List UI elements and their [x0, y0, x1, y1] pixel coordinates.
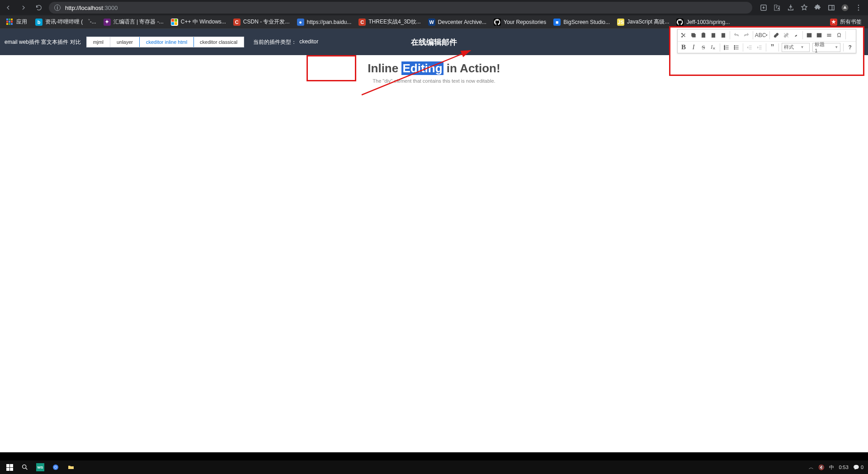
- reload-button[interactable]: [33, 2, 44, 13]
- compare-label: email web插件 富文本插件 对比: [5, 38, 81, 46]
- spellcheck-button[interactable]: ABC▾: [755, 30, 768, 40]
- remove-format-button[interactable]: I✕: [708, 42, 718, 52]
- browser-actions: [757, 4, 865, 12]
- tray-clock[interactable]: 0:53: [839, 465, 848, 470]
- svg-rect-12: [712, 33, 715, 38]
- about-button[interactable]: ?: [845, 42, 855, 52]
- translate-icon[interactable]: [773, 4, 781, 12]
- bookmark-label: Devcenter Archive...: [438, 19, 486, 25]
- bookmark-item[interactable]: ■BigScreen Studio...: [551, 17, 613, 27]
- bookmark-favicon: ✦: [104, 19, 111, 26]
- cut-button[interactable]: [679, 30, 689, 40]
- paste-text-button[interactable]: [708, 30, 718, 40]
- taskbar-app-explorer[interactable]: [63, 460, 79, 474]
- windows-taskbar: WS ︿ 🔇 中 0:53 💬 0: [0, 460, 868, 474]
- undo-button[interactable]: [731, 30, 741, 40]
- bookmark-item[interactable]: ✦汇编语言 | 寄存器 -...: [101, 17, 166, 27]
- svg-point-5: [858, 9, 859, 10]
- url-text: http://localhost:3000: [65, 5, 118, 11]
- indent-button[interactable]: [755, 42, 764, 52]
- tray-volume-icon[interactable]: 🔇: [818, 465, 825, 470]
- bookmark-favicon: b: [35, 19, 42, 26]
- plugin-tab[interactable]: ckeditor inline html: [139, 37, 194, 47]
- system-tray[interactable]: ︿ 🔇 中 0:53 💬 0: [809, 464, 866, 471]
- apps-shortcut[interactable]: 应用: [4, 17, 30, 27]
- taskbar-app-chrome[interactable]: [48, 460, 63, 474]
- image-button[interactable]: [804, 30, 814, 40]
- bookmark-favicon: ●: [297, 19, 304, 26]
- plugin-tab[interactable]: mjml: [87, 37, 110, 47]
- all-bookmarks[interactable]: ★ 所有书签: [827, 17, 864, 27]
- bulleted-list-button[interactable]: [731, 42, 741, 52]
- special-char-button[interactable]: Ω: [834, 30, 844, 40]
- horizontal-rule-button[interactable]: [824, 30, 834, 40]
- all-bookmarks-label: 所有书签: [840, 18, 862, 26]
- browser-toolbar: i http://localhost:3000: [0, 0, 868, 15]
- bookmark-label: CSDN - 专业开发...: [243, 18, 290, 26]
- italic-button[interactable]: I: [689, 42, 698, 52]
- bookmark-item[interactable]: Your Repositories: [491, 17, 549, 27]
- share-icon[interactable]: [787, 4, 795, 12]
- taskbar-app-webstorm[interactable]: WS: [33, 460, 48, 474]
- start-button[interactable]: [2, 460, 17, 474]
- site-info-icon[interactable]: i: [54, 5, 61, 11]
- outdent-button[interactable]: [745, 42, 755, 52]
- editable-content[interactable]: Inline Editing in Action! The "div" elem…: [0, 55, 868, 84]
- bookmark-item[interactable]: b资讯-哔哩哔哩 ( ゜-...: [33, 17, 99, 27]
- profile-avatar[interactable]: [841, 4, 849, 12]
- page-footer-gap: [0, 452, 868, 460]
- bookmark-favicon: C: [233, 19, 241, 26]
- bookmark-item[interactable]: JSJavaScript 高级...: [614, 17, 672, 27]
- current-plugin-value: ckeditor: [299, 38, 318, 46]
- bookmark-label: C++ 中 Windows...: [181, 18, 226, 26]
- unlink-button[interactable]: [781, 30, 791, 40]
- bold-button[interactable]: B: [679, 42, 689, 52]
- bookmark-label: Your Repositories: [504, 19, 546, 25]
- heading-post: in Action!: [443, 61, 500, 75]
- bookmark-item[interactable]: CTHREE实战4_3D纹...: [356, 17, 423, 27]
- extensions-icon[interactable]: [814, 4, 822, 12]
- tray-notifications[interactable]: 💬 0: [853, 465, 863, 470]
- plugin-tabs: mjmlunlayerckeditor inline htmlckeditor …: [86, 37, 245, 47]
- svg-rect-16: [817, 33, 821, 37]
- bookmark-item[interactable]: ●https://pan.baidu...: [294, 17, 354, 27]
- bookmark-item[interactable]: Jeff-1003/spring...: [674, 17, 732, 27]
- bookmark-star-icon[interactable]: [800, 4, 808, 12]
- bookmark-label: 汇编语言 | 寄存器 -...: [113, 18, 164, 26]
- svg-point-3: [858, 5, 859, 6]
- tray-chevron-icon[interactable]: ︿: [809, 464, 814, 471]
- table-button[interactable]: [814, 30, 824, 40]
- bookmark-favicon: ■: [553, 19, 561, 26]
- bookmark-item[interactable]: C++ 中 Windows...: [168, 17, 229, 27]
- heading-selection: Editing: [401, 61, 443, 75]
- plugin-tab[interactable]: ckeditor classical: [193, 37, 244, 47]
- copy-button[interactable]: [689, 30, 698, 40]
- forward-button[interactable]: [18, 2, 29, 13]
- back-button[interactable]: [3, 2, 14, 13]
- redo-button[interactable]: [741, 30, 751, 40]
- bookmark-item[interactable]: WDevcenter Archive...: [425, 17, 489, 27]
- side-panel-icon[interactable]: [827, 4, 835, 12]
- numbered-list-button[interactable]: 123: [722, 42, 731, 52]
- content-heading[interactable]: Inline Editing in Action!: [0, 61, 868, 75]
- address-bar[interactable]: i http://localhost:3000: [49, 2, 752, 14]
- svg-text:3: 3: [724, 48, 725, 50]
- bookmark-label: Jeff-1003/spring...: [686, 19, 730, 25]
- link-button[interactable]: [771, 30, 781, 40]
- heading-pre: Inline: [368, 61, 401, 75]
- bookmark-favicon: W: [428, 19, 435, 26]
- format-dropdown[interactable]: 标题 1▼: [812, 43, 840, 52]
- search-button[interactable]: [17, 460, 33, 474]
- menu-dots-icon[interactable]: [854, 4, 863, 12]
- paste-button[interactable]: [698, 30, 708, 40]
- paste-word-button[interactable]: [718, 30, 728, 40]
- content-subtext[interactable]: The "div" element that contains this tex…: [0, 78, 868, 84]
- install-app-icon[interactable]: [760, 4, 768, 12]
- styles-dropdown[interactable]: 样式▼: [782, 43, 810, 52]
- strike-button[interactable]: S: [698, 42, 708, 52]
- plugin-tab[interactable]: unlayer: [110, 37, 140, 47]
- blockquote-button[interactable]: ”: [768, 42, 778, 52]
- tray-ime[interactable]: 中: [829, 464, 834, 471]
- bookmark-item[interactable]: CCSDN - 专业开发...: [231, 17, 292, 27]
- anchor-button[interactable]: [791, 30, 801, 40]
